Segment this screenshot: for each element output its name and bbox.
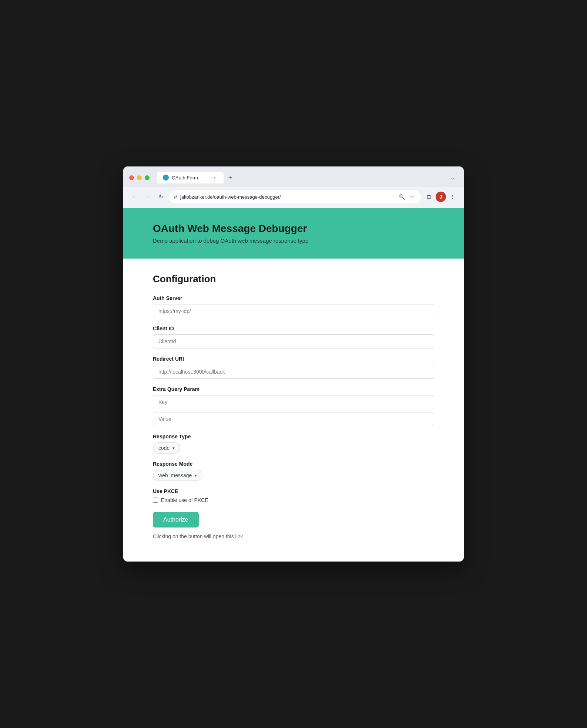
traffic-light-yellow[interactable]: [137, 175, 142, 180]
tab-close-button[interactable]: ×: [212, 175, 218, 181]
user-avatar[interactable]: J: [436, 192, 446, 202]
address-url: jakobzanker.de/oauth-web-message-debugge…: [180, 194, 394, 200]
redirect-uri-group: Redirect URI: [153, 356, 434, 379]
address-bar[interactable]: ⇄ jakobzanker.de/oauth-web-message-debug…: [169, 190, 421, 203]
use-pkce-section: Use PKCE Enable use of PKCE: [153, 488, 434, 503]
use-pkce-label: Use PKCE: [153, 488, 434, 494]
client-id-input[interactable]: [153, 334, 434, 348]
response-type-label: Response Type: [153, 434, 434, 439]
client-id-label: Client ID: [153, 326, 434, 331]
hint-link[interactable]: link: [235, 533, 243, 539]
browser-actions: ⊡ J ⋮: [424, 192, 458, 202]
address-bookmark-icon[interactable]: ☆: [407, 192, 416, 201]
pkce-checkbox[interactable]: [153, 498, 158, 503]
extensions-icon[interactable]: ⊡: [424, 192, 434, 202]
auth-server-group: Auth Server: [153, 295, 434, 318]
pkce-checkbox-label[interactable]: Enable use of PKCE: [153, 497, 434, 503]
nav-reload-button[interactable]: ↻: [156, 192, 166, 202]
pkce-checkbox-text: Enable use of PKCE: [161, 497, 208, 503]
response-type-chevron-icon: ▾: [172, 446, 175, 451]
address-security-icon: ⇄: [174, 194, 177, 199]
browser-window: 🌐 OAuth Form × + ⌄ ← → ↻ ⇄ jakobzanker.d…: [123, 166, 464, 562]
extra-query-key-input[interactable]: [153, 395, 434, 409]
hint-text: Clicking on the button will open this li…: [153, 533, 434, 539]
hint-text-content: Clicking on the button will open this: [153, 533, 234, 539]
response-type-select[interactable]: code ▾: [153, 442, 180, 454]
tab-new-button[interactable]: +: [225, 172, 235, 183]
extra-query-param-label: Extra Query Param: [153, 386, 434, 392]
section-title: Configuration: [153, 273, 434, 285]
browser-content: OAuth Web Message Debugger Demo applicat…: [123, 208, 464, 562]
redirect-uri-label: Redirect URI: [153, 356, 434, 362]
tab-menu-button[interactable]: ⌄: [447, 173, 458, 182]
response-mode-label: Response Mode: [153, 461, 434, 467]
response-mode-group: Response Mode web_message ▾: [153, 461, 434, 481]
address-actions: 🔍 ☆: [397, 192, 416, 201]
page-body: Configuration Auth Server Client ID Redi…: [123, 259, 464, 562]
nav-back-button[interactable]: ←: [129, 192, 140, 202]
page-header-subtitle: Demo application to debug OAuth web mess…: [153, 237, 434, 244]
browser-tabs: 🌐 OAuth Form × +: [157, 172, 443, 183]
response-mode-chevron-icon: ▾: [195, 473, 197, 478]
address-search-icon[interactable]: 🔍: [397, 192, 406, 201]
authorize-button[interactable]: Authorize: [153, 512, 199, 528]
extra-query-param-group: Extra Query Param: [153, 386, 434, 426]
traffic-lights: [129, 175, 150, 180]
traffic-light-red[interactable]: [129, 175, 134, 180]
browser-tab-active[interactable]: 🌐 OAuth Form ×: [157, 172, 224, 183]
response-type-group: Response Type code ▾: [153, 434, 434, 454]
extra-query-value-input[interactable]: [153, 412, 434, 426]
nav-forward-button[interactable]: →: [142, 192, 153, 202]
response-mode-select[interactable]: web_message ▾: [153, 470, 202, 481]
client-id-group: Client ID: [153, 326, 434, 348]
browser-addressbar: ← → ↻ ⇄ jakobzanker.de/oauth-web-message…: [123, 187, 464, 208]
traffic-light-green[interactable]: [145, 175, 150, 180]
auth-server-input[interactable]: [153, 304, 434, 318]
auth-server-label: Auth Server: [153, 295, 434, 301]
page-header: OAuth Web Message Debugger Demo applicat…: [123, 208, 464, 259]
response-type-value: code: [158, 445, 170, 451]
tab-title: OAuth Form: [172, 175, 198, 181]
browser-menu-icon[interactable]: ⋮: [447, 192, 458, 202]
page-header-title: OAuth Web Message Debugger: [153, 223, 434, 235]
browser-chrome: 🌐 OAuth Form × + ⌄ ← → ↻ ⇄ jakobzanker.d…: [123, 166, 464, 208]
redirect-uri-input[interactable]: [153, 365, 434, 379]
browser-titlebar: 🌐 OAuth Form × + ⌄: [123, 166, 464, 187]
tab-favicon: 🌐: [163, 175, 169, 181]
response-mode-value: web_message: [158, 472, 192, 478]
